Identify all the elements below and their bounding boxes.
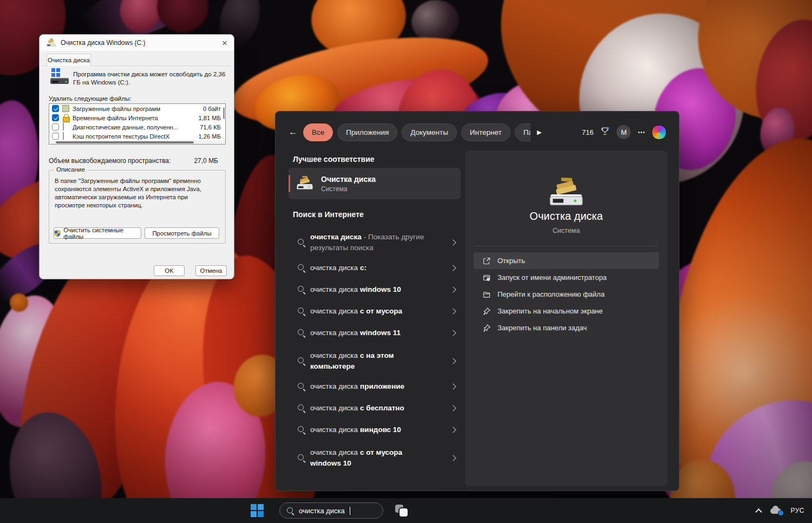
tab-all[interactable]: Все — [303, 123, 333, 141]
close-icon[interactable]: × — [222, 38, 227, 48]
cancel-button[interactable]: Отмена — [195, 265, 227, 276]
search-filter-tabs: Все Приложения Документы Интернет Параме… — [303, 123, 531, 141]
clean-system-files-label: Очистить системные файлы — [63, 227, 141, 240]
suggestion-row[interactable]: очистка диска- Показать другие результат… — [289, 230, 461, 255]
list-item[interactable]: Временные файлы Интернета 1,81 МБ — [49, 113, 225, 122]
scrollbar-thumb[interactable] — [56, 141, 194, 143]
cancel-label: Отмена — [200, 267, 222, 274]
tab-disk-cleanup[interactable]: Очистка диска — [47, 54, 91, 66]
hidden-icons-chevron[interactable] — [756, 508, 763, 515]
disk-cleanup-dialog: Очистка диска Windows (C:) × Очистка дис… — [39, 34, 234, 279]
taskbar-search-box[interactable]: очистка диска — [279, 502, 383, 519]
dialog-titlebar[interactable]: Очистка диска Windows (C:) × — [40, 35, 234, 51]
uac-shield-icon — [54, 230, 61, 237]
cleanup-summary: Программа очистки диска может освободить… — [73, 70, 228, 87]
ok-label: OK — [165, 267, 173, 274]
tab-apps[interactable]: Приложения — [337, 123, 397, 141]
action-open-file-location[interactable]: Перейти к расположению файла — [474, 286, 659, 303]
action-label: Закрепить на начальном экране — [497, 307, 603, 315]
checkbox-unchecked[interactable] — [52, 133, 59, 140]
taskbar-search-input[interactable]: очистка диска — [299, 507, 345, 515]
suggestion-query: очистка диска — [310, 285, 358, 293]
suggestion-query: очистка диска — [310, 233, 362, 241]
back-icon[interactable]: ← — [289, 127, 298, 138]
list-item[interactable]: Загруженные файлы программ 0 байт — [49, 104, 225, 113]
app-subtitle: Система — [465, 227, 667, 234]
tab-settings[interactable]: Параметры — [515, 123, 531, 141]
file-category-name: Временные файлы Интернета — [73, 115, 191, 121]
chevron-right-icon[interactable] — [450, 383, 456, 389]
rewards-trophy-icon[interactable] — [600, 127, 610, 138]
chevron-right-icon[interactable] — [450, 265, 456, 271]
chevron-right-icon[interactable] — [450, 239, 456, 245]
wallpaper-blob — [10, 293, 28, 312]
search-header: ← Все Приложения Документы Интернет Пара… — [276, 121, 679, 143]
suggestion-row[interactable]: очистка дискаwindows 11 — [289, 322, 461, 344]
action-open[interactable]: Открыть — [474, 252, 659, 269]
horizontal-scrollbar[interactable] — [49, 140, 225, 144]
files-to-delete-list[interactable]: Загруженные файлы программ 0 байт Времен… — [49, 103, 226, 145]
suggestion-row[interactable]: очистка дискас от мусора windows 10 — [289, 446, 461, 470]
suggestion-completion: виндовс 10 — [360, 426, 401, 434]
suggestion-query: очистка диска — [310, 307, 358, 315]
checkbox-unchecked[interactable] — [52, 123, 59, 130]
checkbox-checked[interactable] — [52, 114, 59, 121]
list-item[interactable]: Кэш построителя текстуры DirectX 1,26 МБ — [49, 132, 225, 141]
checkbox-checked[interactable] — [52, 105, 59, 112]
suggestion-query: очистка диска — [310, 426, 358, 434]
best-match-title: Очистка диска — [321, 174, 376, 185]
view-files-label: Просмотреть файлы — [152, 230, 211, 237]
action-label: Открыть — [497, 257, 525, 265]
suggestion-completion: с: — [360, 264, 366, 272]
scroll-tabs-right-icon[interactable]: ▶ — [537, 129, 541, 136]
suggestion-row[interactable]: очистка дискас на этом компьютере — [289, 349, 461, 374]
suggestion-row[interactable]: очистка дискас от мусора — [289, 300, 461, 322]
action-run-as-admin[interactable]: Запуск от имени администратора — [474, 269, 659, 286]
rewards-points: 716 — [582, 128, 594, 136]
list-item[interactable]: Диагностические данные, полученн... 71,6… — [49, 122, 225, 132]
avatar[interactable]: M — [617, 125, 631, 139]
file-category-size: 71,6 КБ — [194, 124, 221, 130]
suggestion-row[interactable]: очистка дискас бесплатно — [289, 397, 461, 419]
chevron-right-icon[interactable] — [450, 286, 456, 292]
file-category-size: 1,26 МБ — [194, 133, 221, 140]
taskbar-task-view[interactable] — [390, 498, 413, 523]
start-button[interactable] — [245, 498, 270, 523]
search-icon — [297, 285, 306, 294]
app-title: Очистка диска — [465, 210, 667, 223]
language-indicator[interactable]: РУС — [790, 507, 804, 514]
search-suggestions: очистка диска- Показать другие результат… — [289, 226, 461, 470]
pin-icon — [482, 324, 491, 332]
chevron-right-icon[interactable] — [450, 330, 456, 336]
ok-button[interactable]: OK — [154, 265, 185, 276]
suggestion-row[interactable]: очистка дискавиндовс 10 — [289, 419, 461, 441]
chevron-right-icon[interactable] — [450, 308, 456, 314]
clean-system-files-button[interactable]: Очистить системные файлы — [54, 227, 141, 239]
copilot-icon[interactable] — [652, 126, 666, 139]
action-pin-to-taskbar[interactable]: Закрепить на панели задач — [474, 319, 659, 336]
chevron-right-icon[interactable] — [450, 358, 456, 364]
more-options-icon[interactable]: ••• — [638, 129, 645, 135]
desktop: Очистка диска Windows (C:) × Очистка дис… — [0, 0, 812, 523]
vertical-scrollbar[interactable] — [223, 107, 225, 119]
search-icon — [297, 238, 306, 247]
suggestion-query: очистка диска — [310, 448, 358, 456]
best-match-result[interactable]: Очистка диска Система — [289, 168, 461, 199]
chevron-right-icon[interactable] — [450, 405, 456, 411]
tab-web[interactable]: Интернет — [461, 123, 510, 141]
suggestion-query: очистка диска — [310, 404, 358, 412]
suggestion-query: очистка диска — [310, 382, 358, 390]
file-category-name: Кэш построителя текстуры DirectX — [73, 133, 191, 140]
tab-documents[interactable]: Документы — [402, 123, 457, 141]
suggestion-row[interactable]: очистка дискас: — [289, 257, 461, 279]
suggestion-row[interactable]: очистка дискаwindows 10 — [289, 279, 461, 300]
suggestion-row[interactable]: очистка дискаприложение — [289, 376, 461, 397]
disk-cleanup-icon — [296, 176, 313, 191]
onedrive-sync-icon[interactable] — [770, 508, 781, 514]
chevron-right-icon[interactable] — [450, 455, 456, 461]
file-icon — [63, 132, 64, 140]
system-tray: РУС — [756, 498, 812, 523]
view-files-button[interactable]: Просмотреть файлы — [145, 227, 219, 239]
action-pin-to-start[interactable]: Закрепить на начальном экране — [474, 303, 659, 319]
chevron-right-icon[interactable] — [450, 427, 456, 433]
